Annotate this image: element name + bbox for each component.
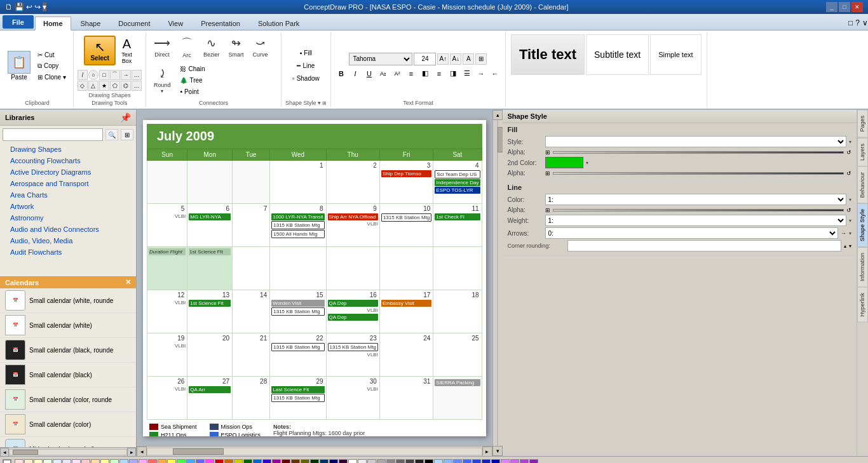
line-color-select[interactable]: 1: [545, 194, 847, 205]
shape-tri[interactable]: △ [88, 81, 98, 91]
swatch-gray1[interactable] [358, 459, 367, 464]
cal-td-empty-w3d[interactable] [379, 246, 433, 290]
event-1-6-0[interactable]: 1st Check Fl [435, 213, 480, 220]
swatch-gray2[interactable] [367, 459, 376, 464]
copy-button[interactable]: ⧉Copy [34, 60, 69, 72]
swatch-gray5[interactable] [396, 459, 405, 464]
event-4-3-0[interactable]: Last Science Flt [271, 386, 324, 393]
swatch-18[interactable] [186, 459, 195, 464]
icon-redo[interactable]: ↪ [34, 3, 41, 11]
corner-input[interactable]: 0 in [567, 240, 842, 252]
cal-cell-4-6[interactable]: SIERRA Packing [433, 376, 482, 419]
close-button[interactable]: ✕ [851, 2, 863, 12]
swatch-gray6[interactable] [405, 459, 414, 464]
swatch-5[interactable] [62, 459, 71, 464]
sidebar-item-active-directory[interactable]: Active Directory Diagrams [0, 166, 136, 178]
cal-cell-3-1[interactable]: 20 [187, 333, 233, 376]
weight-select[interactable]: 1: [545, 215, 847, 226]
event-4-6-0[interactable]: SIERRA Packing [435, 379, 480, 386]
event-4-3-1[interactable]: 1315 KB Station Mtg [271, 394, 324, 402]
tab-shape[interactable]: Shape [72, 17, 109, 30]
swatch-gray4[interactable] [386, 459, 395, 464]
event-0-6-0[interactable]: Sci Team Dep US [435, 170, 480, 178]
no-fill-swatch[interactable] [3, 459, 11, 464]
swatch-2[interactable] [34, 459, 43, 464]
close-calendars[interactable]: ✕ [125, 278, 131, 286]
cal-cell-3-3[interactable]: 221315 KB Station Mtg [270, 333, 326, 376]
swatch-11[interactable] [119, 459, 128, 464]
cal-cell-0-0[interactable] [147, 160, 187, 203]
swatch-3[interactable] [43, 459, 52, 464]
font-color[interactable]: A [463, 53, 474, 65]
title-text-style[interactable]: Title text [511, 34, 585, 75]
cal-item-1[interactable]: 📅 Small calendar (white) [0, 313, 136, 338]
event-4-1-0[interactable]: QA Arr [189, 386, 231, 393]
line-alpha-reset[interactable]: ↺ [846, 207, 851, 213]
cal-cell-3-6[interactable]: 25 [433, 333, 482, 376]
cal-cell-1-1[interactable]: 6MG LYR-NYA [187, 203, 233, 246]
swatch-7[interactable] [81, 459, 90, 464]
tab-shape-style[interactable]: Shape Style [857, 203, 868, 247]
clone-button[interactable]: ⊞Clone ▾ [34, 72, 69, 83]
icon-undo[interactable]: ↩ [26, 3, 32, 11]
shape-rect[interactable]: □ [99, 70, 109, 80]
event-1-1-0[interactable]: MG LYR-NYA [189, 213, 231, 220]
event-0-6-1[interactable]: Independence Day [435, 179, 480, 186]
event-1-5-0[interactable]: 1315 KB Station Mtg [381, 213, 431, 222]
swatch-b5[interactable] [472, 459, 481, 464]
swatch-p4[interactable] [529, 459, 538, 464]
event-1-4-0[interactable]: Ship Arr NYA Offload [328, 213, 378, 220]
cal-cell-1-4[interactable]: 9Ship Arr NYA OffloadVLBI [326, 203, 379, 246]
qa-dep[interactable]: QA Dep [328, 314, 378, 321]
align-right[interactable]: ◨ [447, 68, 459, 79]
swatch-26[interactable] [262, 459, 271, 464]
smart-button[interactable]: ↬ Smart [224, 34, 247, 60]
event-2-4-0[interactable]: QA Dep [328, 300, 378, 307]
indent-more[interactable]: → [475, 68, 487, 79]
tab-information[interactable]: Information [857, 247, 868, 287]
align-left[interactable]: ◧ [419, 68, 431, 79]
shadow-button[interactable]: ▫Shadow [289, 73, 323, 84]
swatch-30[interactable] [301, 459, 309, 464]
icon-extra1[interactable]: ▾ [43, 3, 46, 11]
cal-cell-2-5[interactable]: 17Embassy Visit [379, 290, 433, 333]
paste-button[interactable]: 📋 Paste [5, 48, 33, 84]
event-2-3-0[interactable]: Worden Visit [271, 300, 324, 307]
swatch-21[interactable] [215, 459, 224, 464]
style-dropdown-arrow[interactable]: ▾ [849, 139, 851, 145]
event-2-3-1[interactable]: 1315 KB Station Mtg [271, 307, 324, 316]
swatch-b2[interactable] [444, 459, 452, 464]
tab-hyperlink[interactable]: Hyperlink [857, 287, 868, 323]
cal-cell-2-1[interactable]: 131st Science Flt [187, 290, 233, 333]
view-toggle[interactable]: ⊞ [121, 129, 133, 140]
tab-pages[interactable]: Pages [857, 110, 868, 138]
swatch-29[interactable] [291, 459, 300, 464]
swatch-9[interactable] [100, 459, 109, 464]
tab-view[interactable]: View [159, 17, 191, 30]
bold-button[interactable]: B [335, 68, 348, 79]
swatch-1[interactable] [24, 459, 33, 464]
sidebar-item-drawing-shapes[interactable]: Drawing Shapes [0, 144, 136, 155]
canvas-area[interactable]: July 2009 Sun Mon Tue Wed Thu [137, 110, 492, 456]
hscroll-thumb[interactable] [173, 448, 224, 455]
swatch-32[interactable] [320, 459, 329, 464]
tab-file[interactable]: File [3, 15, 34, 29]
swatch-b6[interactable] [482, 459, 491, 464]
cal-cell-0-6[interactable]: 4Sci Team Dep USIndependence DayESPO TOS… [433, 160, 482, 203]
cal-cell-1-5[interactable]: 101315 KB Station Mtg [379, 203, 433, 246]
alpha-slider-track[interactable] [553, 151, 844, 154]
event-0-6-2[interactable]: ESPO TOS-LYR [435, 187, 480, 194]
round-dropdown[interactable]: ▾ [161, 88, 163, 94]
curve-button[interactable]: ⤻ Curve [248, 34, 271, 60]
cal-cell-1-2[interactable]: 7 [233, 203, 270, 246]
line-button[interactable]: ━Line [294, 60, 318, 71]
cal-td-empty-w3c[interactable] [326, 246, 379, 290]
cal-cell-0-5[interactable]: 3Ship Dep Tiomso [379, 160, 433, 203]
cal-cell-2-0[interactable]: 12VLBI [147, 290, 187, 333]
swatch-b7[interactable] [491, 459, 500, 464]
minimize-button[interactable]: _ [826, 2, 837, 12]
cal-cell-4-2[interactable]: 28 [233, 376, 270, 419]
sidebar-item-audio-video[interactable]: Audio and Video Connectors [0, 224, 136, 235]
cal-td-empty-w3a[interactable] [233, 246, 270, 290]
alpha2-reset[interactable]: ↺ [846, 170, 851, 177]
